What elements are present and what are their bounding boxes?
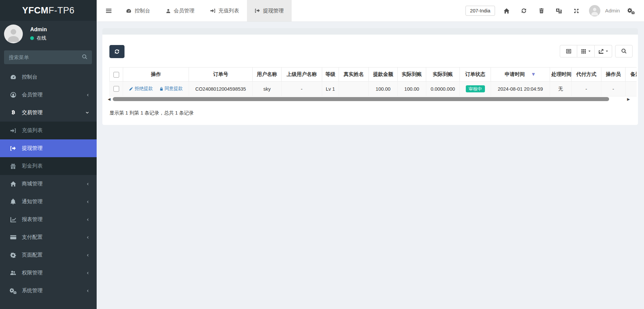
- tab-label: 控制台: [135, 7, 150, 14]
- tab-withdraw-management[interactable]: 提现管理: [247, 0, 292, 21]
- tab-label: 会员管理: [174, 7, 195, 14]
- column-header[interactable]: 订单号: [189, 68, 253, 82]
- search-icon: [621, 48, 627, 54]
- tab-dashboard[interactable]: 控制台: [118, 0, 158, 21]
- chevron-left-icon: [86, 235, 89, 239]
- cell-pay-method: -: [572, 82, 601, 96]
- pagination-toggle-button[interactable]: [560, 45, 577, 57]
- reject-withdraw-link[interactable]: 拒绝提款: [129, 86, 153, 92]
- sidebar-item-payment-config[interactable]: 支付配置: [0, 228, 97, 246]
- top-navbar: 控制台 会员管理 充值列表 提现管理 207-India Admin: [97, 0, 644, 22]
- sidebar-item-recharge-list[interactable]: 充值列表: [0, 122, 97, 139]
- scroll-left-arrow-icon[interactable]: ◀: [108, 97, 110, 101]
- chevron-left-icon: [86, 182, 89, 186]
- column-header[interactable]: 备注: [626, 68, 637, 82]
- fullscreen-icon[interactable]: [567, 8, 585, 14]
- sidebar-item-mall[interactable]: 商城管理: [0, 175, 97, 193]
- cell-real-name: [339, 82, 369, 96]
- tab-recharge-list[interactable]: 充值列表: [202, 0, 247, 21]
- cell-withdraw-amount: 100.00: [369, 82, 398, 96]
- columns-dropdown-button[interactable]: [577, 45, 595, 57]
- cell-actual-amount-2: 0.0000.000: [426, 82, 460, 96]
- sidebar-item-dashboard[interactable]: 控制台: [0, 68, 97, 86]
- sidebar-item-label: 页面配置: [22, 252, 86, 259]
- export-dropdown-button[interactable]: [595, 45, 612, 57]
- sidebar-item-bonus-list[interactable]: 彩金列表: [0, 157, 97, 175]
- column-header[interactable]: 用户名称: [253, 68, 282, 82]
- hamburger-icon: [105, 7, 112, 14]
- navbar-username[interactable]: Admin: [605, 8, 620, 14]
- table-header-row: 操作 订单号 用户名称 上级用户名称 等级 真实姓名 提款金额 实际到账 实际到…: [110, 68, 637, 82]
- chevron-left-icon: [86, 253, 89, 257]
- scrollbar-thumb[interactable]: [113, 97, 609, 101]
- cell-process-time: 无: [550, 82, 572, 96]
- tab-label: 充值列表: [218, 7, 239, 14]
- row-checkbox[interactable]: [113, 86, 119, 92]
- online-status-label: 在线: [37, 35, 46, 41]
- caret-down-icon: [605, 50, 608, 53]
- table-toolbar: [109, 45, 633, 58]
- column-header[interactable]: 等级: [322, 68, 339, 82]
- translate-icon[interactable]: [550, 8, 567, 14]
- cell-username: sky: [253, 82, 282, 96]
- table-view-button-group: [560, 45, 612, 57]
- main-content: 操作 订单号 用户名称 上级用户名称 等级 真实姓名 提款金额 实际到账 实际到…: [97, 22, 644, 309]
- approve-withdraw-link[interactable]: 同意提款: [159, 86, 183, 92]
- sidebar-item-page-config[interactable]: 页面配置: [0, 246, 97, 264]
- sidebar-item-system[interactable]: 系统管理: [0, 282, 97, 300]
- app-logo: YFCMF-TP6: [0, 0, 97, 21]
- cell-remark: [626, 82, 637, 96]
- sidebar-item-label: 提现管理: [22, 145, 89, 152]
- brand-light: F-TP6: [48, 5, 75, 16]
- scroll-right-arrow-icon[interactable]: ▶: [627, 97, 630, 101]
- sidebar-toggle-button[interactable]: [97, 0, 118, 21]
- column-header[interactable]: 提款金额: [369, 68, 398, 82]
- table-search-button[interactable]: [615, 45, 633, 57]
- sidebar-item-members[interactable]: 会员管理: [0, 86, 97, 104]
- refresh-table-button[interactable]: [109, 45, 125, 58]
- chevron-left-icon: [86, 289, 89, 293]
- column-header[interactable]: 操作员: [601, 68, 626, 82]
- tab-label: 提现管理: [263, 7, 284, 14]
- site-selector-button[interactable]: 207-India: [465, 6, 495, 16]
- column-header[interactable]: 实际到账: [398, 68, 426, 82]
- column-header[interactable]: 操作: [123, 68, 189, 82]
- bitcoin-icon: [9, 109, 17, 116]
- trash-icon[interactable]: [533, 8, 550, 14]
- sidebar-item-label: 权限管理: [22, 269, 86, 276]
- avatar[interactable]: [589, 5, 600, 16]
- search-icon: [82, 54, 88, 60]
- sidebar-item-permissions[interactable]: 权限管理: [0, 264, 97, 282]
- gear-icon: [9, 252, 17, 258]
- chevron-left-icon: [86, 271, 89, 275]
- settings-gears-icon[interactable]: [623, 8, 639, 14]
- column-header[interactable]: 订单状态: [460, 68, 491, 82]
- tab-members[interactable]: 会员管理: [158, 0, 202, 21]
- column-header[interactable]: 真实姓名: [339, 68, 369, 82]
- cell-level: Lv 1: [322, 82, 339, 96]
- column-header-sorted[interactable]: 申请时间▼: [491, 68, 550, 82]
- refresh-icon[interactable]: [515, 8, 533, 14]
- select-all-checkbox[interactable]: [113, 72, 119, 78]
- column-header[interactable]: 上级用户名称: [282, 68, 322, 82]
- sidebar-item-withdraw-management[interactable]: 提现管理: [0, 139, 97, 157]
- column-header[interactable]: 实际到账: [426, 68, 460, 82]
- sidebar-item-label: 商城管理: [22, 180, 86, 187]
- column-header[interactable]: 代付方式: [572, 68, 601, 82]
- chevron-left-icon: [86, 200, 89, 204]
- sidebar-item-transactions[interactable]: 交易管理: [0, 104, 97, 122]
- sidebar-submenu-transactions: 充值列表 提现管理 彩金列表: [0, 122, 97, 175]
- column-header[interactable]: 处理时间: [550, 68, 572, 82]
- sidebar-item-reports[interactable]: 报表管理: [0, 211, 97, 228]
- sidebar-item-notifications[interactable]: 通知管理: [0, 193, 97, 211]
- sign-in-icon: [210, 8, 215, 13]
- credit-card-icon: [9, 234, 17, 240]
- sidebar-search-input[interactable]: [4, 50, 92, 64]
- sidebar-item-label: 交易管理: [22, 109, 85, 116]
- home-icon[interactable]: [498, 8, 515, 14]
- export-icon: [598, 49, 604, 54]
- avatar: [4, 25, 23, 43]
- pencil-icon: [129, 87, 133, 91]
- home-icon: [9, 181, 17, 187]
- sidebar-item-label: 会员管理: [22, 91, 86, 98]
